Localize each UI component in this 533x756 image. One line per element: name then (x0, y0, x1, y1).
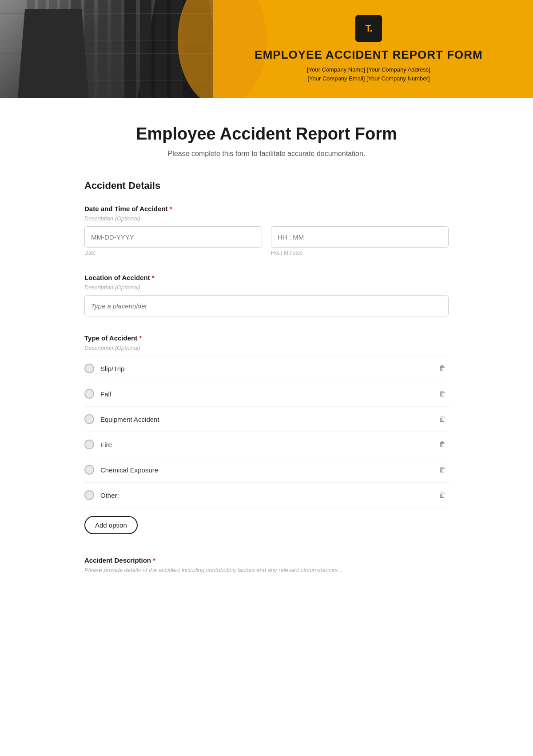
header: T. EMPLOYEE ACCIDENT REPORT FORM [Your C… (0, 0, 533, 98)
company-info-line1: [Your Company Name] [Your Company Addres… (307, 66, 430, 73)
radio-label-text: Fall (100, 390, 111, 398)
delete-option-icon[interactable]: 🗑 (436, 438, 449, 451)
type-required-star: * (139, 334, 142, 342)
type-field-group: Type of Accident * Description (Optional… (84, 334, 449, 534)
date-input[interactable] (84, 226, 262, 248)
accident-desc-required-star: * (153, 556, 155, 564)
delete-option-icon[interactable]: 🗑 (436, 413, 449, 425)
time-input-wrapper: Hour Minutes (271, 226, 449, 256)
delete-option-icon[interactable]: 🗑 (436, 489, 449, 501)
date-sub-label: Date (84, 250, 262, 256)
radio-label-text: Slip/Trip (100, 365, 124, 372)
location-field-group: Location of Accident * Description (Opti… (84, 274, 449, 316)
radio-options-list: Slip/Trip 🗑 Fall 🗑 Equipment Accident 🗑 … (84, 356, 449, 508)
date-input-wrapper: Date (84, 226, 262, 256)
form-main-title: Employee Accident Report Form (84, 124, 449, 144)
radio-label-text: Equipment Accident (100, 416, 159, 423)
add-option-label: Add option (95, 521, 127, 529)
accident-description-section: Accident Description * Please provide de… (84, 556, 449, 573)
radio-circle[interactable] (84, 440, 94, 449)
date-time-required-star: * (170, 205, 172, 212)
date-time-label: Date and Time of Accident * (84, 205, 449, 212)
radio-option-row: Equipment Accident 🗑 (84, 407, 449, 432)
date-time-field-group: Date and Time of Accident * Description … (84, 205, 449, 256)
type-label: Type of Accident * (84, 334, 449, 342)
radio-label-text: Fire (100, 441, 112, 448)
accident-desc-label: Accident Description * (84, 556, 449, 564)
form-subtitle: Please complete this form to facilitate … (84, 150, 449, 158)
delete-option-icon[interactable]: 🗑 (436, 362, 449, 375)
radio-circle[interactable] (84, 414, 94, 424)
header-title: EMPLOYEE ACCIDENT REPORT FORM (255, 48, 482, 62)
logo-box: T. (355, 15, 382, 42)
delete-option-icon[interactable]: 🗑 (436, 464, 449, 476)
header-company-info: [Your Company Name] [Your Company Addres… (307, 65, 430, 83)
radio-circle[interactable] (84, 490, 94, 500)
radio-option-row: Other: 🗑 (84, 483, 449, 508)
radio-circle[interactable] (84, 364, 94, 373)
radio-circle[interactable] (84, 465, 94, 475)
radio-left: Slip/Trip (84, 364, 124, 373)
radio-option-row: Slip/Trip 🗑 (84, 356, 449, 381)
date-time-input-row: Date Hour Minutes (84, 226, 449, 256)
radio-label-text: Chemical Exposure (100, 466, 158, 474)
form-body: Employee Accident Report Form Please com… (67, 98, 466, 613)
accident-desc-sublabel: Please provide details of the accident i… (84, 567, 449, 573)
location-required-star: * (152, 274, 155, 281)
radio-option-row: Fall 🗑 (84, 381, 449, 407)
add-option-button[interactable]: Add option (84, 516, 138, 534)
radio-left: Fire (84, 440, 112, 449)
location-input[interactable] (84, 295, 449, 316)
date-time-description: Description (Optional) (84, 215, 449, 222)
radio-left: Equipment Accident (84, 414, 159, 424)
logo-text: T. (365, 23, 372, 34)
radio-circle[interactable] (84, 389, 94, 399)
section-accident-details-heading: Accident Details (84, 180, 449, 192)
radio-left: Chemical Exposure (84, 465, 158, 475)
radio-option-row: Chemical Exposure 🗑 (84, 457, 449, 483)
location-description: Description (Optional) (84, 284, 449, 291)
type-description: Description (Optional) (84, 344, 449, 351)
company-info-line2: [Your Company Email] [Your Company Numbe… (307, 75, 430, 82)
time-sub-label: Hour Minutes (271, 250, 449, 256)
location-label: Location of Accident * (84, 274, 449, 281)
header-right-content: T. EMPLOYEE ACCIDENT REPORT FORM [Your C… (231, 15, 533, 83)
radio-left: Other: (84, 490, 119, 500)
delete-option-icon[interactable]: 🗑 (436, 388, 449, 400)
time-input[interactable] (271, 226, 449, 248)
radio-option-row: Fire 🗑 (84, 432, 449, 457)
radio-label-text: Other: (100, 492, 119, 499)
radio-left: Fall (84, 389, 111, 399)
